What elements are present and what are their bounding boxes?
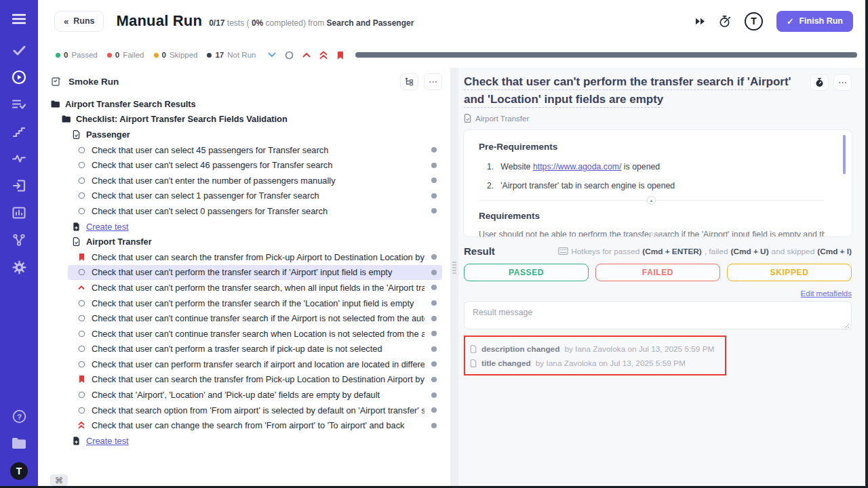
steps-icon[interactable] [11,123,27,140]
tree-test-row[interactable]: Check that user can perform transfer sea… [68,357,442,372]
tree-item-label: Check that 'Airport', 'Location' and 'Pi… [92,390,425,400]
create-test-link[interactable]: Create test [86,222,129,232]
filter-blocker-icon[interactable] [336,51,344,60]
tree-test-row[interactable]: Check that user can select 45 passengers… [68,142,442,158]
finish-run-button[interactable]: ✓ Finish Run [776,11,853,32]
skipped-dot-icon [154,53,159,58]
top-actions: T ✓ Finish Run [695,11,853,32]
progress-bar [355,52,857,58]
create-test-link[interactable]: Create test [86,436,129,446]
command-key-badge[interactable]: ⌘ [50,474,68,486]
tree-folder-row[interactable]: Checklist: Airport Transfer Search Field… [38,112,442,127]
tree-test-row[interactable]: Check that user can't perform a trasfer … [68,342,442,357]
status-notrun-icon [77,330,86,338]
left-nav-rail: ? T [0,0,38,488]
notrun-status-dot [431,346,437,352]
meta-text: tests ( [227,18,250,28]
test-timer-button[interactable] [810,74,829,91]
card-scrollbar[interactable] [843,135,846,174]
filter-notrun-icon[interactable] [285,51,294,60]
fast-forward-icon[interactable] [695,18,705,25]
tree-item-label: Check that search option from 'From airp… [92,405,425,415]
menu-icon[interactable] [11,11,27,27]
tree-item-label: Check that user can change the search fr… [92,420,425,430]
tree-test-row[interactable]: Check that user can't continue transfer … [68,310,442,326]
settings-gear-icon[interactable] [11,259,27,275]
list-item: 2. 'Airport transfer' tab in search engi… [479,181,825,190]
test-plans-icon[interactable] [11,42,27,58]
requirements-heading: Requirements [479,211,825,221]
help-icon[interactable]: ? [11,408,27,424]
create-test-row[interactable]: Create test [68,219,442,235]
failed-legend: 0 Failed [107,51,144,59]
tree-more-button[interactable]: ⋯ [424,73,442,90]
history-row: title changedby Iana Zavoloka on Jul 13,… [470,359,714,368]
tree-test-row[interactable]: Check that user can't perform the transf… [68,265,442,281]
agoda-link[interactable]: https://www.agoda.com/ [533,162,622,171]
collapse-knob-icon[interactable]: ▲ [647,196,656,205]
content-split: Smoke Run ⋯ Airport Transfer Search Resu… [38,68,868,488]
filter-critical-icon[interactable] [319,51,328,60]
notrun-legend: 17 Not Run [207,51,256,59]
timer-icon[interactable] [719,15,731,28]
failed-button[interactable]: FAILED [595,264,720,281]
tree-test-row[interactable]: Check that user can't enter the number o… [68,173,442,188]
tree-view-toggle-button[interactable] [400,73,418,90]
filter-chevron-down-icon[interactable] [268,52,276,58]
tree-test-row[interactable]: Check that user can't select 46 passenge… [68,157,442,173]
tree-folder-row[interactable]: Airport Transfer Search Results [38,96,442,112]
requirements-icon[interactable] [11,178,27,194]
branch-icon[interactable] [11,232,27,248]
section-divider: ▲ [479,200,825,201]
test-cases-icon[interactable] [11,96,27,113]
breadcrumb-label[interactable]: Airport Transfer [475,115,529,123]
passed-button[interactable]: PASSED [464,264,589,281]
tree-test-row[interactable]: Check that user can't continue transfer … [68,326,442,342]
test-more-button[interactable]: ⋯ [833,74,852,91]
reports-icon[interactable] [11,205,27,221]
tree-test-row[interactable]: Check that user can search the transfer … [68,249,442,265]
tree-test-row[interactable]: Check that search option from 'From airp… [68,403,442,418]
skipped-button[interactable]: SKIPPED [727,264,852,281]
notrun-status-dot [431,163,437,168]
filter-high-icon[interactable] [302,52,311,58]
tree-item-label: Check that user can't select 46 passenge… [92,160,425,170]
tree-group-row[interactable]: Airport Transfer [38,234,442,249]
user-avatar[interactable]: T [745,12,763,30]
result-header: Result Hotkeys for passed (Cmd + ENTER) … [464,245,852,257]
tree-test-row[interactable]: Check that user can select 1 passenger f… [68,188,442,204]
tree-test-row[interactable]: Check that user can't select 0 passenger… [68,203,442,219]
test-runs-icon[interactable] [11,69,27,85]
status-notrun-icon [77,391,86,399]
workspace-avatar[interactable]: T [10,462,28,480]
tree-item-label: Check that user can't perform the transf… [92,283,425,293]
create-test-row[interactable]: Create test [68,433,442,449]
panel-resize-handle[interactable] [450,68,458,488]
tree-test-row[interactable]: Check that user can't perform the transf… [68,280,442,296]
description-scroll[interactable]: Pre-Requirements 1. Website https://www.… [464,130,852,237]
tree-test-row[interactable]: Check that user can change the search fr… [68,418,442,433]
page-title: Manual Run [116,12,202,30]
tree-item-label: Check that user can perform transfer sea… [92,359,425,369]
change-action: description changed [481,344,559,354]
test-title[interactable]: Check that user can't perform the transf… [464,73,811,108]
text: Hotkeys for passed [571,247,639,256]
edit-metafields-link[interactable]: Edit metafields [464,289,852,298]
tree-group-row[interactable]: Passenger [38,127,442,142]
filter-icons [268,51,344,60]
document-icon [464,114,471,123]
skipped-count: 0 [162,51,166,59]
card-resize-grip[interactable] [650,232,665,236]
svg-text:?: ? [17,412,22,420]
result-message-input[interactable] [464,301,852,329]
text: and skipped [772,247,815,256]
activity-icon[interactable] [11,150,27,167]
test-case-group-icon [71,130,81,139]
tree-test-row[interactable]: Check that 'Airport', 'Location' and 'Pi… [68,387,442,403]
projects-folder-icon[interactable] [11,435,27,451]
keyboard-icon [558,247,568,255]
status-notrun-icon [77,177,86,184]
tree-test-row[interactable]: Check that user can't perform the transf… [68,296,442,311]
back-to-runs-button[interactable]: « Runs [54,11,104,32]
tree-test-row[interactable]: Check that user can search the transfer … [68,372,442,388]
